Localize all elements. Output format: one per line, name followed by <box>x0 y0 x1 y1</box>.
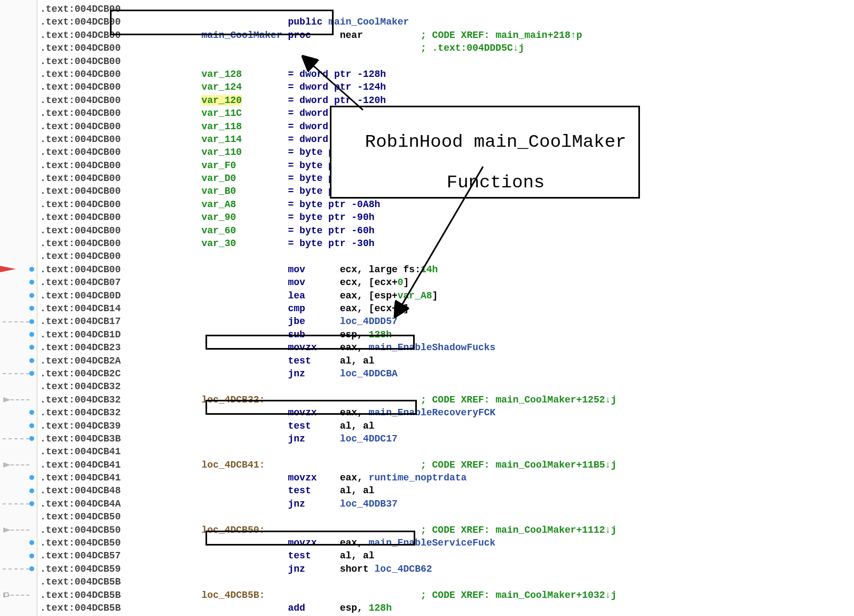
asm-line[interactable]: .text:004DCB00 <box>40 3 616 15</box>
asm-line[interactable]: .text:004DCB2A test al, al <box>40 354 616 367</box>
svg-line-0 <box>304 58 363 110</box>
asm-line[interactable]: .text:004DCB32 <box>40 380 616 393</box>
asm-line[interactable]: .text:004DCB14 cmp eax, [ecx+8] <box>40 302 616 315</box>
asm-line[interactable]: .text:004DCB59 jnz short loc_4DCB62 <box>40 563 616 575</box>
asm-line[interactable]: .text:004DCB17 jbe loc_4DDD57 <box>40 315 616 328</box>
asm-line[interactable]: .text:004DCB23 movzx eax, main_EnableSha… <box>40 341 616 354</box>
asm-line[interactable]: .text:004DCB48 test al, al <box>40 484 616 497</box>
asm-line[interactable]: .text:004DCB50 <box>40 510 616 523</box>
asm-line[interactable]: .text:004DCB2C jnz loc_4DDCBA <box>40 367 616 380</box>
asm-line[interactable]: .text:004DCB00 var_90 = byte ptr -90h <box>40 211 616 224</box>
asm-line[interactable]: .text:004DCB3B jnz loc_4DDC17 <box>40 432 616 445</box>
asm-line[interactable]: .text:004DCB5B add esp, 128h <box>40 602 616 614</box>
asm-line[interactable]: .text:004DCB4A jnz loc_4DDB37 <box>40 497 616 510</box>
asm-line[interactable]: .text:004DCB41 <box>40 445 616 458</box>
asm-line[interactable]: .text:004DCB5B <box>40 575 616 588</box>
asm-line[interactable]: .text:004DCB00 public main_CoolMaker <box>40 15 616 28</box>
asm-line[interactable]: .text:004DCB32 movzx eax, main_EnableRec… <box>40 406 616 419</box>
asm-line[interactable]: .text:004DCB00 main_CoolMaker proc near … <box>40 29 616 42</box>
asm-line[interactable]: .text:004DCB50 loc_4DCB50: ; CODE XREF: … <box>40 524 616 536</box>
annotation-arrow-1 <box>299 52 368 114</box>
annotation-line1: RobinHood main_CoolMaker <box>365 132 627 152</box>
asm-line[interactable]: .text:004DCB50 movzx eax, main_EnableSer… <box>40 536 616 549</box>
asm-line[interactable]: .text:004DCB39 test al, al <box>40 420 616 432</box>
asm-line[interactable]: .text:004DCB0D lea eax, [esp+var_A8] <box>40 289 616 302</box>
asm-line[interactable]: .text:004DCB5B loc_4DCB5B: ; CODE XREF: … <box>40 589 616 602</box>
gutter <box>0 0 37 616</box>
asm-line[interactable]: .text:004DCB00 var_A8 = byte ptr -0A8h <box>40 198 616 211</box>
asm-line[interactable]: .text:004DCB41 loc_4DCB41: ; CODE XREF: … <box>40 459 616 471</box>
asm-line[interactable]: .text:004DCB57 test al, al <box>40 549 616 562</box>
annotation-arrow-2 <box>390 165 496 320</box>
asm-line[interactable]: .text:004DCB1D sub esp, 128h <box>40 328 616 341</box>
asm-line[interactable]: .text:004DCB00 mov ecx, large fs:14h <box>40 263 616 276</box>
asm-line[interactable]: .text:004DCB07 mov ecx, [ecx+0] <box>40 276 616 289</box>
asm-line[interactable]: .text:004DCB32 loc_4DCB32: ; CODE XREF: … <box>40 393 616 406</box>
asm-line[interactable]: .text:004DCB00 var_30 = byte ptr -30h <box>40 237 616 250</box>
asm-line[interactable]: .text:004DCB00 <box>40 250 616 263</box>
svg-line-1 <box>396 167 483 315</box>
asm-line[interactable]: .text:004DCB41 movzx eax, runtime_noptrd… <box>40 471 616 484</box>
asm-line[interactable]: .text:004DCB00 var_60 = byte ptr -60h <box>40 224 616 237</box>
